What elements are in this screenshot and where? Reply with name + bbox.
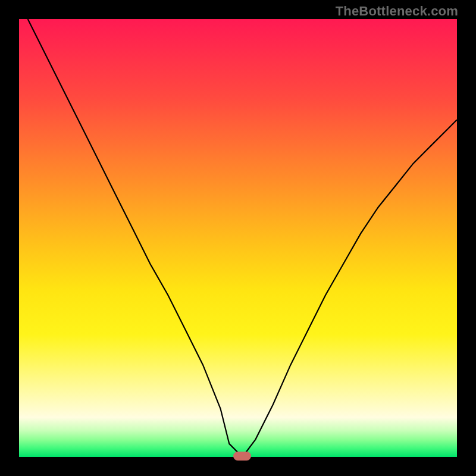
curve-line xyxy=(28,19,457,457)
plot-area xyxy=(19,19,457,457)
watermark-text: TheBottleneck.com xyxy=(336,4,458,19)
bottleneck-curve xyxy=(19,19,457,457)
optimum-marker xyxy=(233,452,251,461)
